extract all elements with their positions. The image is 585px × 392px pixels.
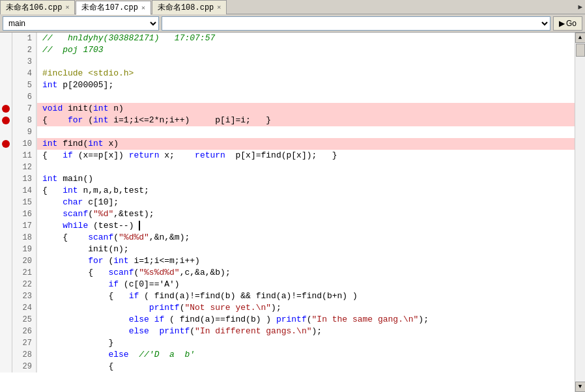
line-number: 24	[12, 302, 36, 314]
line-number: 5	[12, 79, 36, 91]
breakpoint-cell[interactable]	[0, 208, 12, 220]
breakpoint-cell[interactable]	[0, 337, 12, 349]
breakpoint-cell[interactable]	[0, 185, 12, 197]
code-line[interactable]	[36, 161, 575, 173]
table-row: 24 printf("Not sure yet.\n");	[0, 302, 575, 314]
line-number: 9	[12, 126, 36, 138]
code-line[interactable]: while (test--)	[36, 220, 575, 232]
code-line[interactable]: int main()	[36, 173, 575, 185]
right-scrollbar[interactable]: ▲ ▼	[575, 33, 585, 392]
code-line[interactable]	[36, 91, 575, 103]
line-number: 19	[12, 244, 36, 255]
code-line[interactable]: int p[200005];	[36, 79, 575, 91]
breakpoint-cell[interactable]	[0, 302, 12, 314]
breakpoint-cell[interactable]	[0, 197, 12, 208]
tab-unnamed108[interactable]: 未命名108.cpp ✕	[152, 0, 227, 14]
code-line[interactable]: { if ( find(a)!=find(b) && find(a)!=find…	[36, 290, 575, 302]
code-line[interactable]: {	[36, 361, 575, 372]
tab-close-btn[interactable]: ✕	[65, 3, 69, 11]
line-number: 7	[12, 103, 36, 115]
code-line[interactable]: else if ( find(a)==find(b) ) printf("In …	[36, 314, 575, 326]
breakpoint-cell[interactable]	[0, 290, 12, 302]
scope-select[interactable]	[162, 16, 550, 31]
line-number: 14	[12, 185, 36, 197]
code-area[interactable]: 1// hnldyhy(303882171) 17:07:572// poj 1…	[0, 33, 575, 392]
code-line[interactable]: else printf("In different gangs.\n");	[36, 326, 575, 337]
code-line[interactable]: else //'D a b'	[36, 349, 575, 361]
breakpoint-cell[interactable]	[0, 161, 12, 173]
breakpoint-cell[interactable]	[0, 103, 12, 115]
code-line[interactable]: printf("Not sure yet.\n");	[36, 302, 575, 314]
code-line[interactable]: for (int i=1;i<=m;i++)	[36, 255, 575, 267]
breakpoint-cell[interactable]	[0, 255, 12, 267]
tab-close-btn[interactable]: ✕	[217, 3, 221, 11]
code-line[interactable]: { int n,m,a,b,test;	[36, 185, 575, 197]
breakpoint-cell[interactable]	[0, 126, 12, 138]
code-line[interactable]: void init(int n)	[36, 103, 575, 115]
code-line[interactable]: { scanf("%s%d%d",c,&a,&b);	[36, 267, 575, 279]
breakpoint-cell[interactable]	[0, 326, 12, 337]
table-row: 29 {	[0, 361, 575, 372]
table-row: 9	[0, 126, 575, 138]
breakpoint-cell[interactable]	[0, 79, 12, 91]
code-line[interactable]: // hnldyhy(303882171) 17:07:57	[36, 33, 575, 44]
line-number: 3	[12, 56, 36, 68]
table-row: 25 else if ( find(a)==find(b) ) printf("…	[0, 314, 575, 326]
function-select[interactable]: main init find	[3, 16, 159, 31]
line-number: 10	[12, 138, 36, 150]
breakpoint-cell[interactable]	[0, 232, 12, 244]
scroll-down-arrow[interactable]: ▼	[575, 382, 586, 392]
code-line[interactable]: init(n);	[36, 244, 575, 255]
code-line[interactable]: { if (x==p[x]) return x; return p[x]=fin…	[36, 150, 575, 161]
table-row: 19 init(n);	[0, 244, 575, 255]
breakpoint-cell[interactable]	[0, 150, 12, 161]
line-number: 27	[12, 337, 36, 349]
code-line[interactable]: #include <stdio.h>	[36, 68, 575, 79]
table-row: 1// hnldyhy(303882171) 17:07:57	[0, 33, 575, 44]
breakpoint-cell[interactable]	[0, 314, 12, 326]
breakpoint-cell[interactable]	[0, 33, 12, 44]
tab-close-btn[interactable]: ✕	[141, 4, 145, 12]
code-line[interactable]: { for (int i=1;i<=2*n;i++) p[i]=i; }	[36, 115, 575, 126]
tab-scroll-right[interactable]: ▶	[575, 3, 585, 11]
code-line[interactable]	[36, 126, 575, 138]
breakpoint-cell[interactable]	[0, 68, 12, 79]
code-line[interactable]: if (c[0]=='A')	[36, 279, 575, 290]
table-row: 27 }	[0, 337, 575, 349]
table-row: 26 else printf("In different gangs.\n");	[0, 326, 575, 337]
tab-label: 未命名107.cpp	[81, 2, 137, 13]
table-row: 15 char c[10];	[0, 197, 575, 208]
scroll-up-arrow[interactable]: ▲	[575, 33, 586, 43]
code-line[interactable]	[36, 56, 575, 68]
scroll-thumb[interactable]	[576, 44, 585, 57]
breakpoint-cell[interactable]	[0, 349, 12, 361]
code-line[interactable]: }	[36, 337, 575, 349]
code-line[interactable]: char c[10];	[36, 197, 575, 208]
line-number: 4	[12, 68, 36, 79]
breakpoint-cell[interactable]	[0, 44, 12, 56]
go-button[interactable]: ▶ Go	[553, 16, 582, 31]
breakpoint-cell[interactable]	[0, 173, 12, 185]
breakpoint-cell[interactable]	[0, 56, 12, 68]
go-label: Go	[566, 19, 577, 28]
tab-bar: 未命名106.cpp ✕ 未命名107.cpp ✕ 未命名108.cpp ✕ ▶	[0, 0, 585, 14]
breakpoint-cell[interactable]	[0, 279, 12, 290]
breakpoint-cell[interactable]	[0, 267, 12, 279]
scroll-track[interactable]	[575, 43, 585, 382]
tab-unnamed107[interactable]: 未命名107.cpp ✕	[76, 1, 150, 15]
breakpoint-cell[interactable]	[0, 361, 12, 372]
editor-container: 1// hnldyhy(303882171) 17:07:572// poj 1…	[0, 33, 585, 392]
code-line[interactable]: { scanf("%d%d",&n,&m);	[36, 232, 575, 244]
tab-label: 未命名106.cpp	[6, 2, 62, 13]
breakpoint-cell[interactable]	[0, 138, 12, 150]
table-row: 4#include <stdio.h>	[0, 68, 575, 79]
breakpoint-cell[interactable]	[0, 244, 12, 255]
table-row: 16 scanf("%d",&test);	[0, 208, 575, 220]
code-line[interactable]: int find(int x)	[36, 138, 575, 150]
code-line[interactable]: // poj 1703	[36, 44, 575, 56]
tab-unnamed106[interactable]: 未命名106.cpp ✕	[0, 0, 75, 14]
breakpoint-cell[interactable]	[0, 220, 12, 232]
breakpoint-cell[interactable]	[0, 91, 12, 103]
code-line[interactable]: scanf("%d",&test);	[36, 208, 575, 220]
breakpoint-cell[interactable]	[0, 115, 12, 126]
